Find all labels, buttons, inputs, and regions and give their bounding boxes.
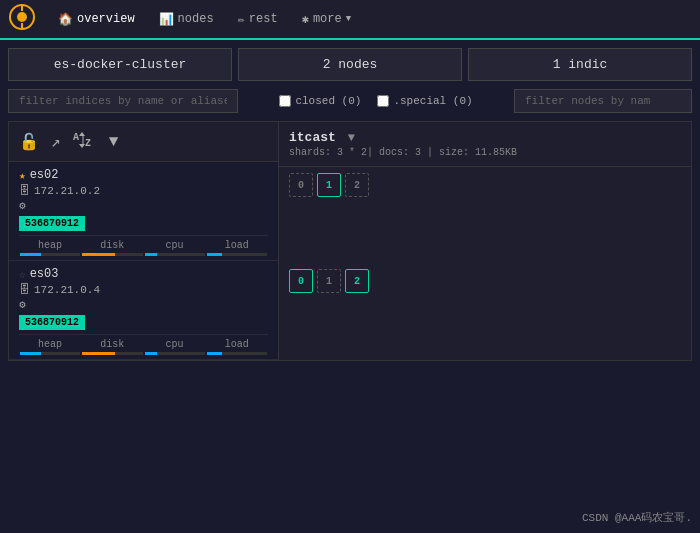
nav-more[interactable]: ✱ more ▼ xyxy=(292,8,361,31)
node-filter-input[interactable] xyxy=(514,89,692,113)
shard-row-es03: 0 1 2 xyxy=(279,263,691,299)
nav-rest[interactable]: ✏️ rest xyxy=(228,8,288,31)
special-checkbox[interactable] xyxy=(377,95,389,107)
index-header-content: itcast ▼ shards: 3 * 2| docs: 3 | size: … xyxy=(289,130,681,158)
shard-2-replica-es02[interactable]: 2 xyxy=(345,173,369,197)
heap-bar xyxy=(20,253,41,256)
master-star-icon: ★ xyxy=(19,169,26,182)
nodes-count: 2 nodes xyxy=(323,57,378,72)
nav-nodes-label: nodes xyxy=(178,12,214,26)
heap-bar-container-es03 xyxy=(20,352,80,355)
disk-bar-container-es03 xyxy=(82,352,142,355)
dropdown-icon[interactable]: ▼ xyxy=(109,133,119,151)
index-dropdown-icon: ▼ xyxy=(348,131,355,145)
main-table: 🔓 ↗ A Z ▼ ★ es02 xyxy=(8,121,692,361)
node-row-es02: ★ es02 🗄 172.21.0.2 ⚙ 536870912 heap dis… xyxy=(9,162,278,261)
shard-1-primary-es02[interactable]: 1 xyxy=(317,173,341,197)
nodes-icon: 📊 xyxy=(159,12,174,27)
node-settings-es02: ⚙ xyxy=(19,199,268,212)
app-logo xyxy=(8,3,36,35)
settings-icon: ⚙ xyxy=(19,199,26,212)
cpu-bar-container xyxy=(145,253,205,256)
cpu-bar-es03 xyxy=(145,352,157,355)
cpu-bar xyxy=(145,253,157,256)
toolbar: 🔓 ↗ A Z ▼ xyxy=(9,122,278,162)
ip-label: 172.21.0.2 xyxy=(34,185,100,197)
lock-icon[interactable]: 🔓 xyxy=(19,132,39,152)
node-name-label-es03: es03 xyxy=(30,267,59,281)
ip-label-es03: 172.21.0.4 xyxy=(34,284,100,296)
node-metric-bars-es02 xyxy=(19,253,268,256)
heap-label-es03: heap xyxy=(19,337,81,352)
disk-bar-container xyxy=(82,253,142,256)
svg-text:A: A xyxy=(73,132,79,143)
shard-1-replica-es03[interactable]: 1 xyxy=(317,269,341,293)
nav-overview[interactable]: 🏠 overview xyxy=(48,8,145,31)
index-meta: shards: 3 * 2| docs: 3 | size: 11.85KB xyxy=(289,147,681,158)
svg-point-1 xyxy=(17,12,27,22)
shard-row-es02: 0 1 2 xyxy=(279,167,691,203)
overview-icon: 🏠 xyxy=(58,12,73,27)
node-ip-es02: 🗄 172.21.0.2 xyxy=(19,184,268,197)
disk-bar xyxy=(82,253,115,256)
special-checkbox-label[interactable]: .special (0) xyxy=(377,95,472,107)
load-bar xyxy=(207,253,222,256)
heap-bar-container xyxy=(20,253,80,256)
checkbox-group: closed (0) .special (0) xyxy=(246,95,506,107)
nav-more-label: more xyxy=(313,12,342,26)
db-icon-es03: 🗄 xyxy=(19,283,30,296)
settings-icon-es03: ⚙ xyxy=(19,298,26,311)
nav-nodes[interactable]: 📊 nodes xyxy=(149,8,224,31)
rest-icon: ✏️ xyxy=(238,12,245,27)
node-ip-es03: 🗄 172.21.0.4 xyxy=(19,283,268,296)
indices-count: 1 indic xyxy=(553,57,608,72)
shard-spacer xyxy=(279,203,691,263)
heap-bar-es03 xyxy=(20,352,41,355)
indices-stat: 1 indic xyxy=(468,48,692,81)
load-bar-es03 xyxy=(207,352,222,355)
nav-rest-label: rest xyxy=(249,12,278,26)
index-title[interactable]: itcast ▼ xyxy=(289,130,681,145)
star-icon-es03: ☆ xyxy=(19,268,26,281)
shard-0-replica-es02[interactable]: 0 xyxy=(289,173,313,197)
closed-checkbox[interactable] xyxy=(279,95,291,107)
node-name-es03: ☆ es03 xyxy=(19,267,268,281)
db-icon: 🗄 xyxy=(19,184,30,197)
cpu-label: cpu xyxy=(144,238,206,253)
nav-bar: 🏠 overview 📊 nodes ✏️ rest ✱ more ▼ xyxy=(0,0,700,40)
node-metric-bars-es03 xyxy=(19,352,268,355)
disk-label-es03: disk xyxy=(81,337,143,352)
index-header-itcast: itcast ▼ shards: 3 * 2| docs: 3 | size: … xyxy=(279,122,691,167)
node-name-es02: ★ es02 xyxy=(19,168,268,182)
node-metrics-labels-es03: heap disk cpu load xyxy=(19,334,268,352)
nodes-stat: 2 nodes xyxy=(238,48,462,81)
special-label: .special (0) xyxy=(393,95,472,107)
indices-column: itcast ▼ shards: 3 * 2| docs: 3 | size: … xyxy=(279,122,691,360)
load-label: load xyxy=(206,238,268,253)
index-filter-input[interactable] xyxy=(8,89,238,113)
load-bar-container-es03 xyxy=(207,352,267,355)
cluster-name: es-docker-cluster xyxy=(54,57,187,72)
nav-overview-label: overview xyxy=(77,12,135,26)
disk-label: disk xyxy=(81,238,143,253)
closed-checkbox-label[interactable]: closed (0) xyxy=(279,95,361,107)
load-bar-container xyxy=(207,253,267,256)
filter-row: closed (0) .special (0) xyxy=(8,89,692,113)
closed-label: closed (0) xyxy=(295,95,361,107)
shard-2-primary-es03[interactable]: 2 xyxy=(345,269,369,293)
cluster-stat: es-docker-cluster xyxy=(8,48,232,81)
node-settings-es03: ⚙ xyxy=(19,298,268,311)
nodes-column: 🔓 ↗ A Z ▼ ★ es02 xyxy=(9,122,279,360)
index-name: itcast xyxy=(289,130,336,145)
heap-label: heap xyxy=(19,238,81,253)
node-name-label: es02 xyxy=(30,168,59,182)
node-id-badge-es02: 536870912 xyxy=(19,216,85,231)
watermark-text: CSDN @AAA码农宝哥. xyxy=(582,512,692,524)
node-metrics-labels-es02: heap disk cpu load xyxy=(19,235,268,253)
expand-icon[interactable]: ↗ xyxy=(51,132,61,152)
watermark: CSDN @AAA码农宝哥. xyxy=(582,510,692,525)
chevron-down-icon: ▼ xyxy=(346,14,351,24)
shard-0-primary-es03[interactable]: 0 xyxy=(289,269,313,293)
node-id-badge-es03: 536870912 xyxy=(19,315,85,330)
sort-az-icon[interactable]: A Z xyxy=(73,130,97,154)
